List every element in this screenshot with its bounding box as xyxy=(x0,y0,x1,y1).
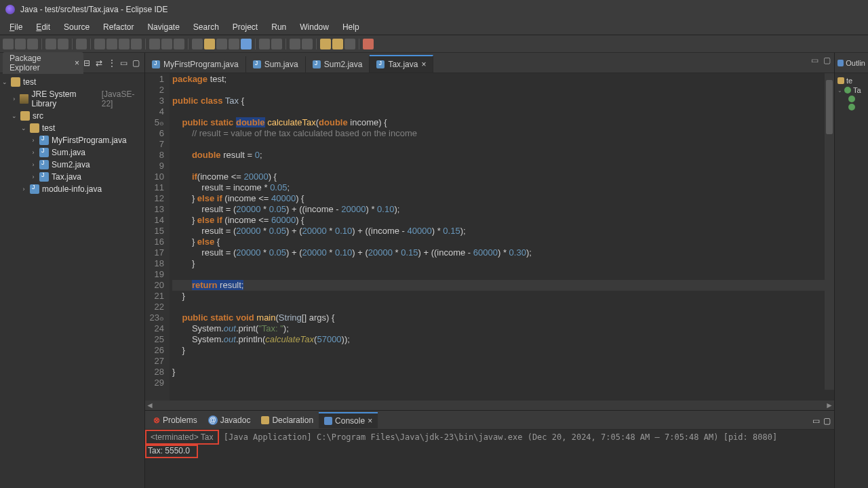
vertical-scrollbar[interactable] xyxy=(825,73,834,390)
last-edit-icon[interactable] xyxy=(320,39,331,49)
close-icon[interactable]: × xyxy=(368,416,372,426)
toggle-breadcrumb-icon[interactable] xyxy=(58,39,68,49)
pin-editor-icon[interactable] xyxy=(363,39,374,49)
java-file-icon xyxy=(313,60,321,68)
minimize-icon[interactable]: ▭ xyxy=(812,416,821,424)
new-icon[interactable] xyxy=(3,39,14,49)
java-file-icon xyxy=(253,60,261,68)
minimize-icon[interactable]: ▭ xyxy=(811,56,819,64)
outline-label: Outlin xyxy=(846,59,865,67)
save-all-icon[interactable] xyxy=(27,39,38,49)
minimize-icon[interactable]: ▭ xyxy=(120,58,130,68)
show-whitespace-icon[interactable] xyxy=(229,39,239,49)
menu-source[interactable]: Source xyxy=(57,21,96,33)
tab-javadoc[interactable]: @Javadoc xyxy=(203,413,256,428)
maximize-icon[interactable]: ▢ xyxy=(823,416,831,424)
maximize-icon[interactable]: ▢ xyxy=(823,56,831,64)
java-file-icon xyxy=(152,60,160,68)
java-file-icon xyxy=(39,148,49,157)
declaration-icon xyxy=(261,416,269,424)
debug-icon[interactable] xyxy=(94,39,105,49)
collapse-icon[interactable]: ⊟ xyxy=(83,58,93,68)
run-last-icon[interactable] xyxy=(131,39,142,49)
new-java-project-icon[interactable] xyxy=(149,39,160,49)
new-package-icon[interactable] xyxy=(161,39,172,49)
link-editor-icon[interactable]: ⇄ xyxy=(96,58,105,68)
editor-tabs: MyFirstProgram.java Sum.java Sum2.java T… xyxy=(145,53,834,73)
method-icon xyxy=(848,104,855,110)
open-task-icon[interactable] xyxy=(192,39,203,49)
tree-file[interactable]: ›Sum2.java xyxy=(1,159,143,171)
next-annotation-icon[interactable] xyxy=(259,39,270,49)
tree-file[interactable]: ›module-info.java xyxy=(1,183,143,195)
forward-history-icon[interactable] xyxy=(344,39,355,49)
prev-annotation-icon[interactable] xyxy=(271,39,282,49)
skip-breakpoints-icon[interactable] xyxy=(76,39,87,49)
at-icon: @ xyxy=(208,415,218,425)
menu-navigate[interactable]: Navigate xyxy=(140,21,186,33)
back-history-icon[interactable] xyxy=(332,39,343,49)
menu-refactor[interactable]: Refactor xyxy=(96,21,140,33)
tree-project[interactable]: ⌄test xyxy=(1,76,143,88)
line-gutter: 12345⊖67891011121314151617181920212223⊖2… xyxy=(145,73,170,401)
horizontal-scrollbar[interactable]: ◄► xyxy=(145,401,834,410)
back-arrow-icon[interactable] xyxy=(290,39,300,49)
java-file-icon xyxy=(376,60,384,68)
tree-file[interactable]: ›Tax.java xyxy=(1,171,143,183)
outline-method[interactable] xyxy=(837,103,865,111)
menu-edit[interactable]: Edit xyxy=(29,21,57,33)
editor-tab-sum2[interactable]: Sum2.java xyxy=(306,56,370,73)
new-class-icon[interactable] xyxy=(174,39,184,49)
menu-file[interactable]: File xyxy=(3,21,29,33)
outline-class[interactable]: ⌄Ta xyxy=(837,85,865,95)
open-type-icon[interactable] xyxy=(45,39,56,49)
editor-tab-sum[interactable]: Sum.java xyxy=(246,56,306,73)
window-title: Java - test/src/test/Tax.java - Eclipse … xyxy=(20,5,167,14)
menu-run[interactable]: Run xyxy=(264,21,293,33)
save-icon[interactable] xyxy=(15,39,26,49)
close-icon[interactable]: × xyxy=(421,60,426,69)
tree-src[interactable]: ⌄src xyxy=(1,110,143,122)
tab-console[interactable]: Console× xyxy=(319,412,378,428)
package-explorer-label: Package Explorer xyxy=(9,54,71,73)
editor-tab-tax[interactable]: Tax.java× xyxy=(370,55,433,73)
java-file-icon xyxy=(39,136,49,145)
outline-method[interactable] xyxy=(837,95,865,103)
eclipse-icon xyxy=(5,5,15,14)
library-icon xyxy=(20,94,28,104)
java-file-icon xyxy=(30,184,39,194)
coverage-icon[interactable] xyxy=(119,39,130,49)
editor-tab-myfirst[interactable]: MyFirstProgram.java xyxy=(145,56,246,73)
outline-pkg[interactable]: te xyxy=(837,76,865,85)
run-icon[interactable] xyxy=(106,39,117,49)
tab-declaration[interactable]: Declaration xyxy=(256,413,319,428)
pin-icon[interactable] xyxy=(241,39,252,49)
code-text[interactable]: package test; public class Tax { public … xyxy=(170,73,834,401)
tree-jre[interactable]: ›JRE System Library [JavaSE-22] xyxy=(1,88,143,110)
bottom-panel: ⊗Problems @Javadoc Declaration Console× … xyxy=(145,410,834,488)
title-bar: Java - test/src/test/Tax.java - Eclipse … xyxy=(0,0,868,19)
menu-window[interactable]: Window xyxy=(293,21,336,33)
toggle-block-icon[interactable] xyxy=(216,39,227,49)
menu-search[interactable]: Search xyxy=(186,21,226,33)
menu-bar: File Edit Source Refactor Navigate Searc… xyxy=(0,19,868,35)
tree-file[interactable]: ›MyFirstProgram.java xyxy=(1,134,143,146)
view-menu-icon[interactable]: ⋮ xyxy=(108,58,117,68)
toggle-mark-icon[interactable] xyxy=(204,39,215,49)
toolbar xyxy=(0,35,868,53)
package-explorer-tab[interactable]: Package Explorer × xyxy=(3,52,83,74)
close-icon[interactable]: × xyxy=(75,58,79,68)
tree-file[interactable]: ›Sum.java xyxy=(1,146,143,159)
java-file-icon xyxy=(39,172,49,182)
menu-help[interactable]: Help xyxy=(336,21,366,33)
java-file-icon xyxy=(39,160,49,169)
tree-package[interactable]: ⌄test xyxy=(1,122,143,134)
package-icon xyxy=(30,123,39,133)
menu-project[interactable]: Project xyxy=(226,21,264,33)
maximize-icon[interactable]: ▢ xyxy=(132,58,142,68)
project-icon xyxy=(11,77,20,87)
forward-arrow-icon[interactable] xyxy=(302,39,313,49)
tab-problems[interactable]: ⊗Problems xyxy=(148,413,203,428)
console-icon xyxy=(324,417,332,425)
code-editor[interactable]: 12345⊖67891011121314151617181920212223⊖2… xyxy=(145,73,834,401)
